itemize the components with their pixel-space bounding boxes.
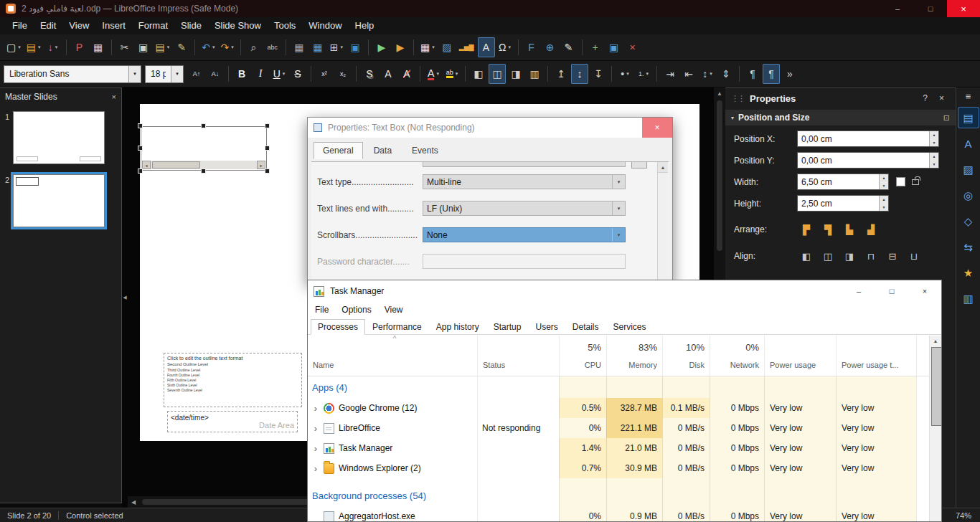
print[interactable]: ▦ (90, 37, 107, 57)
highlighting-color[interactable]: ab▾ (443, 64, 461, 84)
center-vertically[interactable]: ↨ (571, 64, 588, 84)
selection-handle[interactable] (265, 169, 270, 174)
master-view[interactable]: ▣ (347, 37, 364, 57)
selection-handle[interactable] (201, 123, 206, 128)
menu-window[interactable]: Window (302, 17, 348, 34)
start-from-current-slide[interactable]: ▶ (392, 37, 409, 57)
font-name-input[interactable] (4, 69, 128, 79)
sidebar-grip-icon[interactable]: ⋮⋮ (731, 94, 744, 103)
export-pdf[interactable]: P (71, 37, 88, 57)
underline-dropdown[interactable]: ▾ (283, 71, 286, 77)
process-row[interactable]: ›Windows Explorer (2)0.7%30.9 MB0 MB/s0 … (308, 458, 929, 478)
copy[interactable]: ▣ (135, 37, 152, 57)
decrease-indent[interactable]: ⇤ (680, 64, 697, 84)
tab-details[interactable]: Details (565, 319, 606, 335)
menu-insert[interactable]: Insert (95, 17, 132, 34)
scroll-left-icon[interactable]: ◀ (128, 496, 139, 508)
height-input[interactable] (798, 199, 879, 209)
send-to-back[interactable]: ▟ (862, 221, 880, 238)
cpu-column-label[interactable]: CPU (559, 354, 606, 376)
special-character-dropdown[interactable]: ▾ (508, 44, 511, 50)
insert-chart[interactable]: ▂▅▇ (457, 37, 476, 57)
tab-processes[interactable]: Processes (311, 319, 365, 335)
spelling[interactable]: abc (264, 37, 281, 57)
scroll-thumb[interactable] (931, 347, 942, 426)
display-views[interactable]: ⊞▾ (328, 37, 345, 57)
cut[interactable]: ✂ (116, 37, 133, 57)
ordered-list[interactable]: 1.▾ (635, 64, 652, 84)
spin-up-icon[interactable]: ▲ (880, 196, 888, 204)
selection-handle[interactable] (138, 146, 143, 151)
slide-thumbnail[interactable] (13, 174, 105, 227)
memory-total[interactable]: 83% (606, 336, 662, 354)
position-x-field[interactable]: ▲▼ (797, 130, 939, 147)
maximize-button[interactable]: □ (914, 0, 947, 17)
menu-slide[interactable]: Slide (174, 17, 208, 34)
process-row[interactable]: AggregatorHost.exe0%0.9 MB0 MB/s0 MbpsVe… (308, 506, 929, 521)
tab-shapes[interactable]: ◇ (958, 210, 979, 232)
slide-position-status[interactable]: Slide 2 of 20 (0, 511, 58, 520)
position-x-input[interactable] (798, 134, 929, 144)
position-y-field[interactable]: ▲▼ (797, 152, 939, 169)
save-dropdown[interactable]: ▾ (55, 44, 58, 50)
status-column-label[interactable]: Status (477, 354, 559, 376)
font-size-input[interactable] (146, 69, 171, 79)
clone-formatting[interactable]: ✎ (173, 37, 190, 57)
duplicate-slide[interactable]: ▣ (606, 37, 623, 57)
delete-slide[interactable]: × (624, 37, 641, 57)
scroll-up-icon[interactable]: ▲ (714, 87, 725, 99)
snap-to-grid[interactable]: ▦ (309, 37, 326, 57)
align-right[interactable]: ◨ (507, 64, 524, 84)
increase-indent[interactable]: ⇥ (661, 64, 679, 84)
master-slide-2[interactable]: 2 (1, 174, 117, 227)
selection-handle[interactable] (265, 146, 270, 151)
save[interactable]: ↓▾ (44, 37, 62, 57)
paste-dropdown[interactable]: ▾ (167, 44, 170, 50)
spin-up-icon[interactable]: ▲ (930, 131, 938, 139)
sidebar-close-icon[interactable]: × (933, 93, 950, 103)
center-objects-vertically[interactable]: ⊟ (883, 247, 902, 265)
selection-handle[interactable] (201, 169, 206, 174)
tab-data[interactable]: Data (364, 142, 401, 159)
close-button[interactable]: × (947, 0, 980, 17)
tab-app-history[interactable]: App history (429, 319, 486, 335)
paste[interactable]: ▤▾ (154, 37, 172, 57)
clipped-browse-button[interactable] (631, 161, 647, 169)
unordered-list[interactable]: •▾ (616, 64, 633, 84)
right-to-left[interactable]: ¶ (763, 64, 780, 84)
tab-slide-transition[interactable]: ⇆ (958, 236, 979, 257)
width-input[interactable] (798, 177, 879, 187)
outline-placeholder[interactable]: Click to edit the outline text format Se… (164, 353, 302, 407)
sort-caret-icon[interactable]: ^ (393, 336, 397, 343)
redo-dropdown[interactable]: ▾ (231, 44, 234, 50)
scroll-left-icon[interactable]: ◂ (142, 161, 151, 169)
spinner[interactable]: ▲▼ (879, 174, 888, 189)
spinner[interactable]: ▲▼ (879, 196, 888, 211)
menu-edit[interactable]: Edit (34, 17, 62, 34)
clear-direct-formatting[interactable]: A (398, 64, 415, 84)
network-total[interactable]: 0% (710, 336, 764, 354)
date-placeholder[interactable]: <date/time> Date Area (167, 411, 298, 432)
text-lines-end-select[interactable]: LF (Unix) ▾ (423, 201, 626, 216)
open-file[interactable]: ▤▾ (24, 37, 43, 57)
section-more-options-icon[interactable]: ⊡ (943, 113, 950, 123)
disk-column-label[interactable]: Disk (662, 354, 710, 376)
align-objects-top[interactable]: ⊓ (862, 247, 880, 265)
process-row[interactable]: ›Task Manager1.4%21.0 MB0 MB/s0 MbpsVery… (308, 438, 929, 458)
special-character[interactable]: Ω▾ (496, 37, 514, 57)
power-trend-column-label[interactable]: Power usage t... (836, 354, 916, 376)
align-objects-right[interactable]: ◨ (840, 247, 859, 265)
row-expander-icon[interactable]: › (312, 463, 319, 474)
task-manager-window[interactable]: Task Manager – □ × File Options View Pro… (307, 280, 942, 522)
dropdown-icon[interactable]: ▾ (612, 228, 625, 242)
dialog-close-button[interactable]: × (642, 118, 672, 138)
start-from-first-slide[interactable]: ▶ (373, 37, 390, 57)
italic[interactable]: I (252, 64, 269, 84)
redo[interactable]: ↷▾ (219, 37, 236, 57)
width-field[interactable]: ▲▼ (797, 174, 889, 190)
dropdown-icon[interactable]: ▾ (612, 175, 625, 189)
master-slides-close-icon[interactable]: × (112, 92, 116, 101)
collapse-panel-icon[interactable]: ◀ (123, 295, 126, 300)
menu-view[interactable]: View (62, 17, 95, 34)
task-manager-scrollbar[interactable]: ▲ (929, 336, 941, 521)
